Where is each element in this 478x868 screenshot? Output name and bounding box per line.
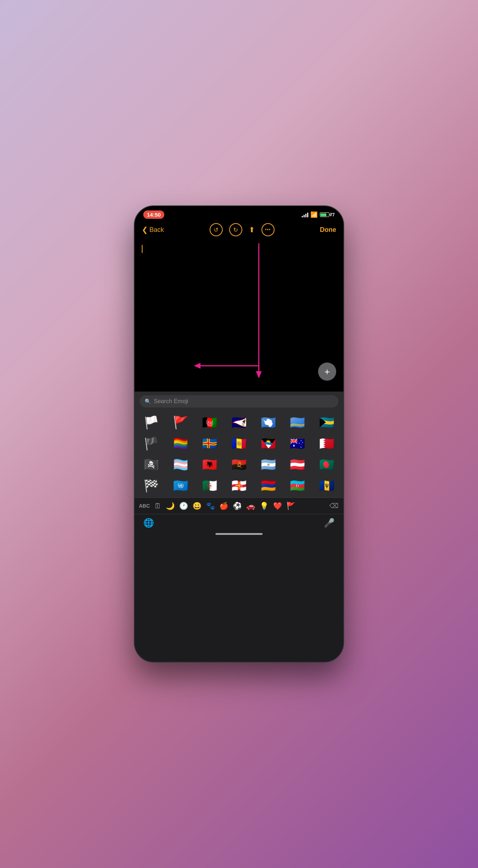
emoji-search-bar[interactable]: 🔍 Search Emoji: [140, 395, 338, 408]
toolbar-left: ❮ Back: [142, 225, 164, 234]
add-button[interactable]: +: [318, 363, 336, 381]
search-placeholder: Search Emoji: [154, 398, 188, 405]
battery-body: [320, 212, 329, 217]
emoji-flag-au[interactable]: 🇦🇺: [283, 433, 312, 454]
category-objects-icon[interactable]: 💡: [258, 500, 270, 512]
emoji-flag-ao[interactable]: 🇦🇴: [224, 454, 254, 475]
toolbar: ❮ Back ↺ ↻ ⬆︎ ••• Done: [135, 221, 343, 239]
status-bar: 14:50 📶 77: [135, 206, 343, 221]
emoji-flag-as[interactable]: 🇦🇸: [224, 412, 254, 433]
emoji-flag-aq[interactable]: 🇦🇶: [254, 412, 283, 433]
category-travel-icon[interactable]: 🚗: [245, 500, 257, 512]
category-symbols-icon[interactable]: ❤️: [272, 500, 284, 512]
redo-icon: ↻: [233, 226, 238, 233]
plus-icon: +: [324, 366, 330, 377]
emoji-flag-at[interactable]: 🇦🇹: [283, 454, 312, 475]
emoji-flag-bs[interactable]: 🇧🇸: [312, 412, 341, 433]
share-button[interactable]: ⬆︎: [249, 225, 255, 234]
back-chevron-icon: ❮: [142, 225, 148, 234]
undo-icon: ↺: [214, 226, 218, 233]
home-indicator: [135, 531, 343, 539]
abc-label[interactable]: ABC: [137, 503, 153, 509]
emoji-flag-bb[interactable]: 🇧🇧: [312, 475, 341, 496]
category-recent-icon[interactable]: 🗓: [153, 500, 163, 512]
emoji-flag-af[interactable]: 🇦🇫: [195, 412, 224, 433]
emoji-checkered-flag[interactable]: 🏁: [137, 475, 166, 496]
emoji-keyboard: 🔍 Search Emoji 🏳️ 🚩 🇦🇫 🇦🇸 🇦🇶 🇦🇼 🇧🇸 🏴 🏳️‍…: [135, 392, 343, 539]
signal-bar-4: [307, 213, 308, 217]
emoji-grid: 🏳️ 🚩 🇦🇫 🇦🇸 🇦🇶 🇦🇼 🇧🇸 🏴 🏳️‍🌈 🇦🇽 🇦🇩 🇦🇬 🇦🇺 🇧…: [135, 410, 343, 498]
microphone-button[interactable]: 🎤: [324, 518, 335, 528]
battery-percent: 77: [330, 212, 335, 217]
category-moon-icon[interactable]: 🌙: [164, 500, 176, 512]
emoji-flag-ad[interactable]: 🇦🇩: [224, 433, 254, 454]
category-clock-icon[interactable]: 🕐: [178, 500, 190, 512]
emoji-flag-ax[interactable]: 🇦🇽: [195, 433, 224, 454]
globe-button[interactable]: 🌐: [143, 518, 154, 528]
back-button[interactable]: ❮ Back: [142, 225, 164, 234]
battery-icon: 77: [320, 212, 335, 217]
category-activity-icon[interactable]: ⚽: [231, 500, 243, 512]
done-button[interactable]: Done: [320, 226, 336, 234]
notes-content-area[interactable]:  +: [135, 239, 343, 392]
wifi-icon: 📶: [310, 211, 318, 218]
signal-bar-3: [305, 214, 306, 217]
emoji-flag-aw[interactable]: 🇦🇼: [283, 412, 312, 433]
emoji-flag-bh[interactable]: 🇧🇭: [312, 433, 341, 454]
emoji-rainbow-flag[interactable]: 🏳️‍🌈: [166, 433, 195, 454]
more-dots-icon: •••: [265, 227, 271, 232]
emoji-flag-bd[interactable]: 🇧🇩: [312, 454, 341, 475]
category-smiley-icon[interactable]: 😀: [191, 500, 203, 512]
search-icon: 🔍: [145, 398, 151, 404]
undo-button[interactable]: ↺: [210, 223, 223, 236]
signal-bar-2: [304, 215, 305, 217]
category-icons: 🗓 🌙 🕐 😀 🐾 🍎 ⚽ 🚗 💡 ❤️ 🚩: [153, 500, 327, 512]
emoji-white-flag[interactable]: 🏳️: [137, 412, 166, 433]
battery-fill: [321, 213, 326, 216]
back-label: Back: [149, 226, 164, 234]
status-time: 14:50: [143, 210, 164, 219]
emoji-trans-flag[interactable]: 🏳️‍⚧️: [166, 454, 195, 475]
search-bar-container: 🔍 Search Emoji: [135, 392, 343, 410]
svg-marker-1: [256, 371, 262, 378]
apple-logo-watermark: : [234, 355, 244, 384]
category-bar: ABC 🗓 🌙 🕐 😀 🐾 🍎 ⚽ 🚗 💡 ❤️ 🚩 ⌫: [135, 498, 343, 514]
home-bar: [215, 533, 263, 535]
keyboard-bottom: 🌐 🎤: [135, 514, 343, 531]
toolbar-center: ↺ ↻ ⬆︎ •••: [210, 223, 275, 236]
emoji-flag-am[interactable]: 🇦🇲: [254, 475, 283, 496]
emoji-triangular-flag[interactable]: 🚩: [166, 412, 195, 433]
notes-text-area[interactable]: [135, 239, 343, 260]
emoji-flag-ag[interactable]: 🇦🇬: [254, 433, 283, 454]
emoji-un-flag[interactable]: 🇺🇳: [166, 475, 195, 496]
text-cursor: [142, 245, 143, 253]
category-flags-icon[interactable]: 🚩: [285, 500, 297, 512]
emoji-pirate-flag[interactable]: 🏴‍☠️: [137, 454, 166, 475]
emoji-flag-az[interactable]: 🇦🇿: [283, 475, 312, 496]
more-button[interactable]: •••: [261, 223, 275, 236]
emoji-flag-gg[interactable]: 🇬🇬: [224, 475, 254, 496]
redo-button[interactable]: ↻: [229, 223, 242, 236]
emoji-flag-dz[interactable]: 🇩🇿: [195, 475, 224, 496]
phone-frame: 14:50 📶 77 ❮ Back: [134, 205, 344, 663]
signal-bar-1: [302, 216, 303, 217]
emoji-flag-ar[interactable]: 🇦🇷: [254, 454, 283, 475]
svg-marker-3: [194, 363, 201, 369]
delete-button[interactable]: ⌫: [327, 500, 341, 511]
signal-bars-icon: [302, 212, 308, 217]
status-icons: 📶 77: [302, 211, 335, 218]
emoji-flag-al[interactable]: 🇦🇱: [195, 454, 224, 475]
emoji-black-flag[interactable]: 🏴: [137, 433, 166, 454]
category-animals-icon[interactable]: 🐾: [205, 500, 217, 512]
category-food-icon[interactable]: 🍎: [218, 500, 230, 512]
